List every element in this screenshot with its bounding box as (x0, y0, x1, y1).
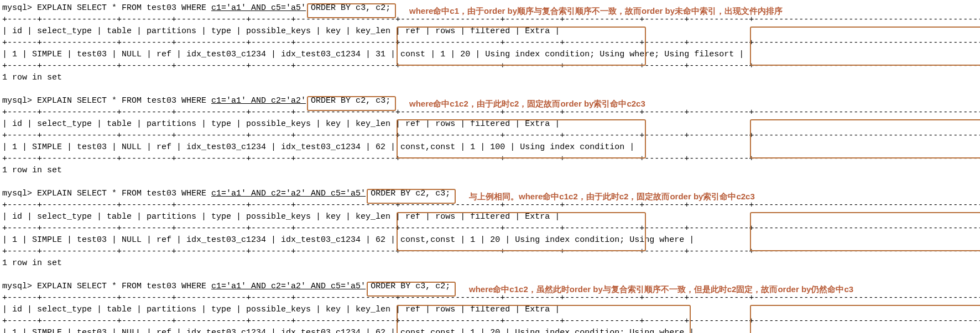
blank (2, 83, 978, 95)
annotation: where命中c1，由于order by顺序与复合索引顺序不一致，故而order… (409, 5, 783, 17)
table-header: | id | select_type | table | partitions … (2, 304, 978, 315)
sql-prefix: EXPLAIN SELECT * FROM test03 WHERE (37, 96, 211, 105)
table-row: | 1 | SIMPLE | test03 | NULL | ref | idx… (2, 141, 978, 153)
table-row: | 1 | SIMPLE | test03 | NULL | ref | idx… (2, 234, 978, 246)
table-sep: +------+---------------+----------+-----… (2, 153, 978, 165)
table-sep: +------+---------------+----------+-----… (2, 223, 978, 234)
sql-prefix: EXPLAIN SELECT * FROM test03 WHERE (37, 282, 211, 291)
row-count: 1 row in set (2, 257, 978, 269)
sql-where: c1='a1' AND c2='a2' AND c5='a5' (211, 189, 366, 198)
sql-orderby: ORDER BY c3, c2; (306, 3, 390, 13)
annotation: where命中c1c2，由于此时c2，固定故而order by索引命中c2c3 (409, 98, 645, 109)
table-sep: +------+---------------+----------+-----… (2, 315, 978, 327)
row-count: 1 row in set (2, 72, 978, 83)
prompt: mysql> (2, 3, 37, 13)
table-header: | id | select_type | table | partitions … (2, 211, 978, 223)
blank (2, 176, 978, 188)
table-header: | id | select_type | table | partitions … (2, 118, 978, 130)
blank (2, 269, 978, 281)
table-row: | 1 | SIMPLE | test03 | NULL | ref | idx… (2, 327, 978, 333)
annotation: 与上例相同。where命中c1c2，由于此时c2，固定故而order by索引命… (469, 191, 755, 202)
annotation: where命中c1c2，虽然此时order by与复合索引顺序不一致，但是此时c… (469, 283, 853, 295)
sql-where: c1='a1' AND c2='a2' AND c5='a5' (211, 282, 366, 291)
sql-orderby: ORDER BY c3, c2; (366, 282, 450, 291)
sql-where: c1='a1' AND c2='a2' (211, 96, 306, 105)
table-sep: +------+---------------+----------+-----… (2, 130, 978, 141)
sql-orderby: ORDER BY c2, c3; (366, 189, 450, 198)
table-header: | id | select_type | table | partitions … (2, 25, 978, 37)
sql-prefix: EXPLAIN SELECT * FROM test03 WHERE (37, 189, 211, 198)
row-count: 1 row in set (2, 165, 978, 176)
prompt: mysql> (2, 189, 37, 198)
sql-where: c1='a1' AND c5='a5' (211, 3, 306, 13)
table-row: | 1 | SIMPLE | test03 | NULL | ref | idx… (2, 49, 978, 60)
table-sep: +------+---------------+----------+-----… (2, 60, 978, 72)
sql-orderby: ORDER BY c2, c3; (306, 96, 390, 105)
sql-prefix: EXPLAIN SELECT * FROM test03 WHERE (37, 3, 211, 13)
table-sep: +------+---------------+----------+-----… (2, 246, 978, 257)
prompt: mysql> (2, 96, 37, 105)
mysql-explain-output: mysql> EXPLAIN SELECT * FROM test03 WHER… (2, 2, 978, 333)
table-sep: +------+---------------+----------+-----… (2, 37, 978, 49)
prompt: mysql> (2, 282, 37, 291)
